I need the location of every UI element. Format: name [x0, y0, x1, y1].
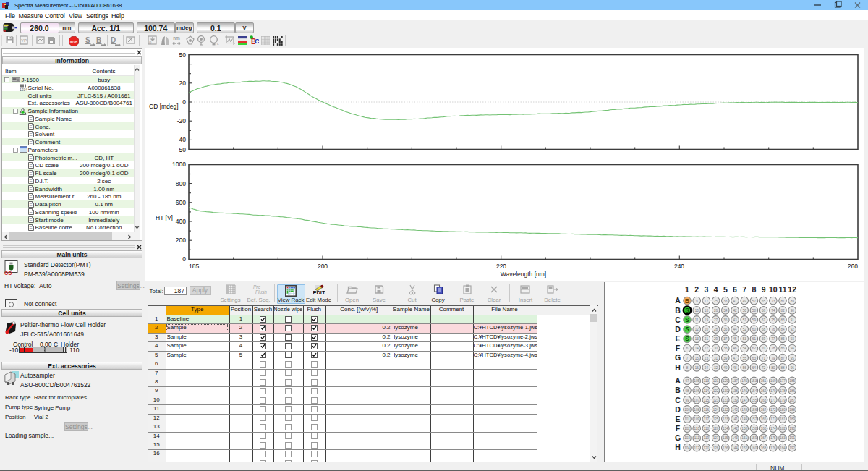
svg-text:C: C [255, 37, 259, 45]
svg-text:☰: ☰ [29, 226, 33, 230]
svg-text:26: 26 [714, 309, 718, 313]
svg-text:D: D [675, 405, 681, 414]
svg-text:☰: ☰ [29, 124, 33, 129]
svg-text:CD [mdeg]: CD [mdeg] [149, 103, 179, 110]
svg-text:90: 90 [791, 309, 795, 313]
svg-text:99: 99 [685, 399, 689, 402]
svg-text:172: 172 [770, 408, 776, 412]
svg-text:68: 68 [762, 328, 766, 331]
svg-text:34: 34 [723, 309, 728, 313]
svg-text:75: 75 [771, 318, 775, 322]
svg-text:104: 104 [684, 446, 690, 450]
svg-text:139: 139 [732, 399, 738, 402]
svg-text:10: 10 [769, 285, 778, 294]
svg-text:103: 103 [684, 436, 690, 440]
svg-text:168: 168 [761, 446, 767, 450]
svg-text:-20: -20 [177, 117, 187, 124]
svg-text:97: 97 [685, 379, 689, 383]
svg-text:5: 5 [723, 285, 728, 294]
svg-text:78: 78 [771, 347, 775, 350]
svg-text:F: F [676, 344, 681, 352]
svg-text:400: 400 [176, 218, 186, 225]
svg-text:192: 192 [789, 446, 795, 450]
svg-text:126: 126 [713, 427, 719, 430]
svg-text:132: 132 [723, 408, 728, 412]
svg-text:F: F [676, 424, 681, 433]
svg-text:140: 140 [732, 408, 738, 412]
svg-text:114: 114 [704, 389, 710, 393]
svg-text:149: 149 [741, 417, 747, 421]
svg-text:95: 95 [791, 357, 795, 360]
svg-text:121: 121 [713, 379, 719, 383]
svg-text:81: 81 [780, 300, 785, 303]
svg-text:185: 185 [789, 379, 795, 383]
svg-text:147: 147 [741, 399, 747, 402]
svg-text:44: 44 [733, 328, 737, 331]
svg-text:185: 185 [189, 263, 199, 270]
svg-text:Pre: Pre [253, 284, 261, 289]
svg-text:119: 119 [704, 436, 710, 440]
svg-text:S: S [85, 36, 90, 44]
svg-text:40: 40 [723, 366, 728, 370]
svg-text:178: 178 [780, 389, 786, 393]
svg-text:☰: ☰ [29, 202, 33, 206]
svg-text:173: 173 [770, 417, 776, 421]
svg-text:12: 12 [695, 328, 699, 331]
svg-text:98: 98 [685, 389, 689, 393]
svg-text:124: 124 [713, 408, 719, 412]
svg-text:175: 175 [770, 436, 776, 440]
svg-text:28: 28 [714, 328, 718, 331]
svg-text:24: 24 [705, 366, 709, 370]
svg-text:156: 156 [752, 408, 757, 412]
svg-text:50: 50 [179, 51, 187, 59]
svg-text:☰: ☰ [29, 218, 33, 222]
svg-text:122: 122 [713, 389, 719, 393]
svg-text:☰: ☰ [29, 156, 33, 160]
svg-text:166: 166 [761, 427, 767, 430]
svg-text:127: 127 [713, 436, 719, 440]
svg-text:107: 107 [694, 399, 699, 402]
svg-text:8: 8 [752, 285, 756, 294]
svg-text:36: 36 [723, 328, 728, 331]
svg-text:48: 48 [733, 366, 737, 370]
svg-text:84: 84 [780, 328, 785, 331]
svg-text:94: 94 [791, 347, 795, 350]
svg-text:STOP: STOP [69, 40, 77, 43]
svg-text:169: 169 [770, 379, 776, 383]
svg-text:☰: ☰ [29, 140, 33, 144]
svg-text:-50: -50 [177, 146, 187, 153]
svg-text:7: 7 [742, 285, 746, 294]
svg-text:141: 141 [732, 417, 738, 421]
svg-text:152: 152 [741, 446, 747, 450]
svg-text:85: 85 [780, 337, 785, 341]
svg-text:131: 131 [723, 399, 728, 402]
svg-text:60: 60 [752, 328, 757, 331]
svg-text:600: 600 [176, 199, 186, 206]
svg-text:134: 134 [723, 427, 728, 430]
svg-text:135: 135 [723, 436, 728, 440]
svg-text:144: 144 [732, 446, 738, 450]
svg-text:100: 100 [684, 408, 690, 412]
svg-text:102: 102 [684, 427, 690, 430]
svg-text:43: 43 [733, 318, 737, 322]
svg-text:129: 129 [723, 379, 728, 383]
svg-text:71: 71 [762, 357, 766, 360]
svg-text:67: 67 [762, 318, 766, 322]
svg-text:4: 4 [714, 285, 718, 294]
svg-text:c: c [217, 41, 219, 46]
svg-text:-40: -40 [177, 136, 187, 143]
svg-text:155: 155 [752, 399, 757, 402]
svg-text:42: 42 [733, 309, 737, 313]
svg-text:91: 91 [791, 318, 795, 322]
svg-text:96: 96 [791, 366, 795, 370]
svg-text:63: 63 [752, 357, 757, 360]
svg-text:1000: 1000 [172, 161, 186, 168]
svg-text:186: 186 [789, 389, 795, 393]
svg-text:190: 190 [789, 427, 795, 430]
svg-text:120: 120 [704, 446, 710, 450]
svg-text:191: 191 [789, 436, 795, 440]
svg-text:10: 10 [695, 309, 699, 313]
svg-text:69: 69 [762, 337, 766, 341]
svg-text:260: 260 [848, 263, 858, 270]
svg-text:C: C [675, 315, 681, 324]
